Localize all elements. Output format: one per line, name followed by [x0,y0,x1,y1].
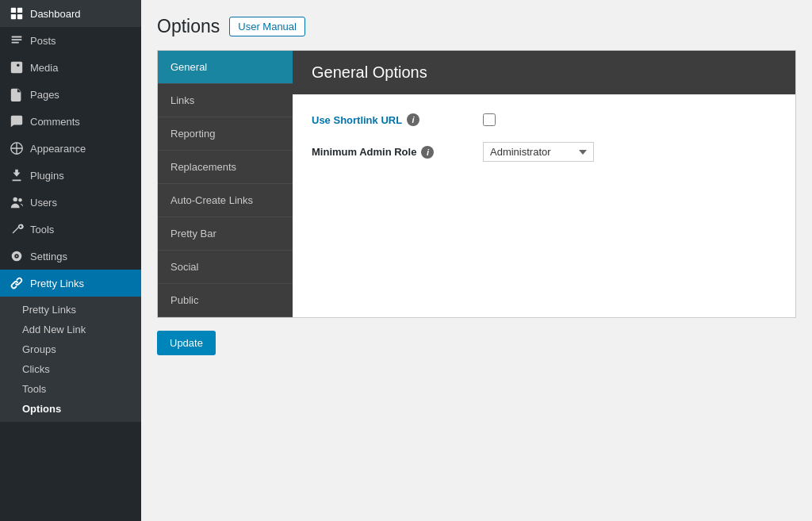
page-header: Options User Manual [157,16,796,37]
sidebar-item-posts[interactable]: Posts [0,27,141,54]
pretty-links-submenu: Pretty Links Add New Link Groups Clicks … [0,297,141,422]
tools-icon [10,222,24,236]
sidebar-item-label-dashboard: Dashboard [30,8,81,20]
sidebar-item-label-appearance: Appearance [30,143,86,155]
submenu-item-options[interactable]: Options [0,399,141,419]
sidebar-item-settings[interactable]: Settings [0,243,141,270]
update-button[interactable]: Update [157,331,216,355]
tab-reporting[interactable]: Reporting [158,117,293,151]
options-content-body: Use Shortlink URL i Minimum Admin Role i… [293,94,795,197]
submenu-item-pretty-links[interactable]: Pretty Links [0,300,141,320]
submenu-item-groups[interactable]: Groups [0,339,141,359]
sidebar-item-tools[interactable]: Tools [0,216,141,243]
page-title: Options [157,16,220,37]
pretty-links-icon [10,276,24,290]
sidebar-item-pages[interactable]: Pages [0,81,141,108]
admin-role-info-icon: i [421,146,434,159]
user-manual-button[interactable]: User Manual [229,17,305,36]
svg-rect-3 [17,14,22,19]
sidebar-item-label-posts: Posts [30,35,56,47]
dashboard-icon [10,6,24,21]
svg-rect-1 [17,8,22,13]
svg-rect-0 [11,8,16,13]
tab-general[interactable]: General [158,51,293,84]
admin-role-label-text: Minimum Admin Role [312,146,416,158]
sidebar-item-label-comments: Comments [30,116,80,128]
svg-point-5 [13,197,17,201]
appearance-icon [10,141,24,155]
shortlink-url-row: Use Shortlink URL i [312,113,776,126]
options-tabs: General Links Reporting Replacements Aut… [158,51,293,317]
sidebar-item-label-tools: Tools [30,224,54,236]
sidebar-item-label-settings: Settings [30,251,67,262]
sidebar-item-label-pretty-links: Pretty Links [30,278,84,289]
sidebar-item-label-media: Media [30,62,58,74]
shortlink-url-checkbox[interactable] [483,113,496,126]
submenu-item-tools[interactable]: Tools [0,379,141,399]
admin-role-label: Minimum Admin Role i [312,146,470,159]
sidebar: Dashboard Posts Media Pages Comments App… [0,0,141,521]
options-layout: General Links Reporting Replacements Aut… [157,50,796,318]
sidebar-item-label-pages: Pages [30,89,59,101]
tab-social[interactable]: Social [158,251,293,284]
pages-icon [10,87,24,102]
submenu-item-add-new-link[interactable]: Add New Link [0,320,141,339]
sidebar-item-dashboard[interactable]: Dashboard [0,0,141,27]
shortlink-url-info-icon: i [407,113,419,126]
svg-point-6 [18,198,22,202]
admin-role-row: Minimum Admin Role i Administrator Edito… [312,142,776,162]
submenu-item-clicks[interactable]: Clicks [0,359,141,379]
main-content: Options User Manual General Links Report… [141,0,812,521]
admin-role-select[interactable]: Administrator Editor Author Contributor … [483,142,594,162]
media-icon [10,60,24,75]
tab-pretty-bar[interactable]: Pretty Bar [158,217,293,251]
options-content-panel: General Options Use Shortlink URL i Mini [293,51,795,317]
sidebar-item-media[interactable]: Media [0,54,141,81]
sidebar-item-comments[interactable]: Comments [0,108,141,135]
tab-links[interactable]: Links [158,84,293,117]
sidebar-item-users[interactable]: Users [0,189,141,216]
settings-icon [10,249,24,263]
sidebar-item-appearance[interactable]: Appearance [0,135,141,162]
sidebar-item-label-plugins: Plugins [30,170,64,182]
comments-icon [10,114,24,128]
posts-icon [10,33,24,48]
sidebar-item-pretty-links[interactable]: Pretty Links [0,270,141,297]
users-icon [10,195,24,209]
svg-rect-2 [11,14,16,19]
shortlink-url-link[interactable]: Use Shortlink URL [312,114,402,126]
sidebar-item-label-users: Users [30,197,57,209]
content-area: Options User Manual General Links Report… [141,0,812,521]
sidebar-item-plugins[interactable]: Plugins [0,162,141,189]
shortlink-url-label: Use Shortlink URL i [312,113,470,126]
tab-public[interactable]: Public [158,284,293,317]
tab-replacements[interactable]: Replacements [158,151,293,184]
options-content-header: General Options [293,51,795,94]
tab-auto-create-links[interactable]: Auto-Create Links [158,184,293,217]
plugins-icon [10,168,24,182]
